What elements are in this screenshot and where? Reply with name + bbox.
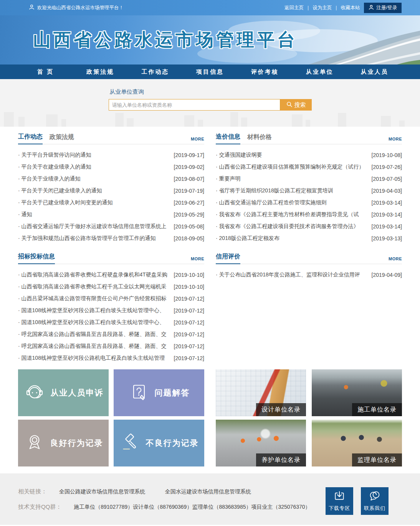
construction-units-caption: 施工单位名录 [352,403,402,416]
qa-label: 问题解答 [155,387,190,398]
tab-cost-info[interactable]: 造价信息 [216,133,240,144]
download-zone-button[interactable]: 下载专区 [326,487,353,515]
news-item: 通知 [2019-05-29] [18,208,204,220]
news-title-link[interactable]: 国道108线神堂堡至砂河段公路工程白坡头主线站管理中心、 [18,319,172,326]
magnifier-icon [286,101,293,109]
design-units-caption: 设计单位名录 [256,403,306,416]
chat-icon [369,490,380,503]
search-input[interactable] [109,99,280,111]
nav-item-projects[interactable]: 项目信息 [183,65,238,79]
news-date: [2019-05-29] [174,212,204,218]
maintenance-units-directory[interactable]: 养护单位名录 [216,420,306,466]
news-title-link[interactable]: 关于平台升级暂停访问的通知 [18,152,172,159]
search-section: 从业单位查询 搜索 [0,79,420,127]
more-link-work[interactable]: MORE [191,137,204,144]
qq-groups-text: 施工单位（891027789）设计单位（887690369）监理单位（88368… [74,504,310,510]
news-item: 呼北国家高速公路山西省隰县至吉县段路基、桥隧、路面、交 [2019-07-12] [18,328,204,340]
topbar-welcome: 欢迎光临山西省公路水运市场管理平台！ [29,4,124,11]
news-date: [2019-07-12] [174,331,204,337]
news-title-link[interactable]: 山西省交通运输厅公路工程造价管理实施细则 [216,199,369,206]
main-nav: 首 页 政策法规 工作动态 项目信息 评价考核 从业单位 从业人员 [0,65,420,79]
design-units-directory[interactable]: 设计单位名录 [216,369,306,416]
news-title-link[interactable]: 关于公布山西省2018年度公路施工、监理和设计企业信用评 [216,271,369,278]
news-title-link[interactable]: 山西省交通运输厅关于做好水运建设市场信用信息管理系统上 [18,223,172,230]
section-cost-info: 造价信息 材料价格 MORE 交通强国建设纲要 [2019-10-08] 山西省… [216,133,402,244]
news-title-link[interactable]: 通知 [18,211,172,218]
quick-links-grid: 从业人员申诉 问题解答 [18,369,204,466]
news-date: [2019-07-12] [174,308,204,314]
nav-item-personnel[interactable]: 从业人员 [347,65,402,79]
nav-item-units[interactable]: 从业单位 [292,65,347,79]
news-item: 呼北国家高速公路山西省隰县至吉县段路基、桥隧、路面、交 [2019-07-12] [18,340,204,352]
maintenance-units-caption: 养护单位名录 [256,453,306,466]
news-title-link[interactable]: 山西省公路工程建设项目估算概算预算编制补充规定（试行） [216,164,369,170]
tab-bidding-info[interactable]: 招标投标信息 [18,253,55,264]
contact-us-button[interactable]: 联系我们 [361,487,389,515]
news-title-link[interactable]: 平台关于关闭已建业绩录入的通知 [18,187,172,194]
link-back-home[interactable]: 返回主页 [284,5,309,11]
news-title-link[interactable]: 省厅将于近期组织2018版公路工程定额宣贯培训 [216,187,369,194]
news-item: 平台关于已建业绩录入时间变更的通知 [2019-06-27] [18,197,204,208]
search-button[interactable]: 搜索 [280,99,312,111]
headset-icon [23,381,46,405]
supervision-units-directory[interactable]: 监理单位名录 [312,420,402,466]
more-link-credit[interactable]: MORE [389,256,402,264]
nav-item-evaluation[interactable]: 评价考核 [237,65,292,79]
link-set-home[interactable]: 设为主页 [313,5,337,11]
news-item: 平台关于关闭已建业绩录入的通知 [2019-07-19] [18,185,204,197]
news-title-link[interactable]: 平台关于在建业绩录入的通知 [18,164,172,170]
credit-list: 关于公布山西省2018年度公路施工、监理和设计企业信用评 [2019-04-09… [216,269,402,281]
register-login-button[interactable]: 注册/登录 [364,3,402,13]
topbar: 欢迎光临山西省公路水运市场管理平台！ 返回主页 设为主页 收藏本站 注册/登录 [0,0,420,15]
tab-material-prices[interactable]: 材料价格 [247,133,272,144]
news-date: [2019-07-12] [174,355,204,361]
news-date: [2019-07-05] [372,176,402,182]
tab-policy-laws[interactable]: 政策法规 [50,133,74,144]
news-title-link[interactable]: 山西省取消高速公路省界收费站工程千兆工业以太网光端机采 [18,283,172,290]
news-item: 关于公布山西省2018年度公路施工、监理和设计企业信用评 [2019-04-09… [216,269,402,281]
news-item: 平台关于业绩录入的通知 [2019-08-07] [18,173,204,185]
news-title-link[interactable]: 国道108线神堂堡至砂河段公路机电工程及白坡头主线站管理 [18,355,172,362]
nav-item-policy[interactable]: 政策法规 [73,65,128,79]
search-label: 从业单位查询 [109,88,402,96]
news-title-link[interactable]: 国道108线神堂堡至砂河段公路工程白坡头主线站管理中心、 [18,307,172,314]
news-title-link[interactable]: 山西省取消高速公路省界收费站工程硬盘录像机和4T硬盘采购 [18,271,172,278]
news-title-link[interactable]: 交通强国建设纲要 [216,152,369,159]
bidding-list: 山西省取消高速公路省界收费站工程硬盘录像机和4T硬盘采购 [2019-10-10… [18,269,204,364]
news-title-link[interactable]: 2018版公路工程定额发布 [216,235,369,242]
appeal-block[interactable]: 从业人员申诉 [18,369,109,416]
news-date: [2019-04-03] [372,188,402,194]
directories-grid: 设计单位名录 施工单位名录 养护单位名录 监理单位名录 [216,369,402,466]
news-date: [2019-06-27] [174,200,204,206]
news-title-link[interactable]: 关于加强和规范山西省公路市场管理平台管理工作的通知 [18,235,172,242]
footer-link-highway-credit[interactable]: 全国公路建设市场信用信息管理系统 [59,488,145,495]
tab-work-news[interactable]: 工作动态 [18,133,43,144]
nav-item-work-news[interactable]: 工作动态 [128,65,183,79]
bad-record-block[interactable]: 不良行为记录 [114,420,204,466]
news-title-link[interactable]: 呼北国家高速公路山西省隰县至吉县段路基、桥隧、路面、交 [18,343,172,350]
link-favorite[interactable]: 收藏本站 [341,5,360,11]
news-item: 山西省交通运输厅关于做好水运建设市场信用信息管理系统上 [2019-05-08] [18,220,204,232]
footer-link-waterway-credit[interactable]: 全国水运建设市场信用信息管理系统 [165,488,251,495]
main-content: 工作动态 政策法规 MORE 关于平台升级暂停访问的通知 [2019-09-17… [18,127,402,466]
news-item: 我省发布《公路工程主要地方性材料价差调整指导意见（试 [2019-03-14] [216,208,402,220]
download-zone-label: 下载专区 [329,505,350,512]
good-record-block[interactable]: 良好行为记录 [18,420,109,466]
construction-units-directory[interactable]: 施工单位名录 [312,369,402,416]
news-title-link[interactable]: 呼北国家高速公路山西省隰县至吉县段路基、桥隧、路面、交 [18,331,172,338]
news-title-link[interactable]: 我省发布《公路工程主要地方性材料价差调整指导意见（试 [216,211,369,218]
news-title-link[interactable]: 我省发布《公路工程建设项目委托技术咨询服务管理办法》 [216,223,369,230]
news-date: [2019-03-14] [372,223,402,230]
more-link-cost[interactable]: MORE [389,137,402,144]
tab-credit-evaluation[interactable]: 信用评价 [216,253,240,264]
news-title-link[interactable]: 平台关于已建业绩录入时间变更的通知 [18,199,172,206]
news-title-link[interactable]: 山西吕梁环城高速公路管理有限责任公司户外广告经营权招标 [18,295,172,302]
news-date: [2019-03-14] [372,200,402,206]
qa-block[interactable]: 问题解答 [114,369,204,416]
news-title-link[interactable]: 重要声明 [216,175,369,182]
news-title-link[interactable]: 平台关于业绩录入的通知 [18,175,172,182]
more-link-bidding[interactable]: MORE [191,256,204,264]
news-item: 关于平台升级暂停访问的通知 [2019-09-17] [18,149,204,161]
nav-item-home[interactable]: 首 页 [18,65,73,79]
question-note-icon [128,381,150,405]
